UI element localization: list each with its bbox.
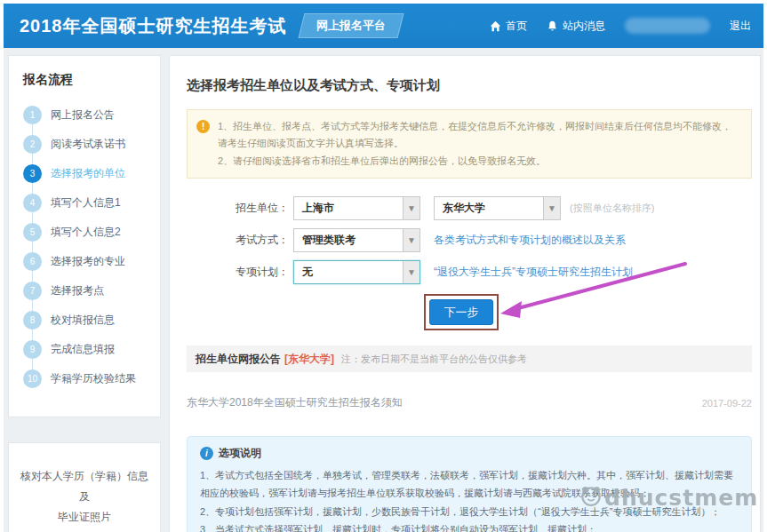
announcement-date: 2017-09-22 <box>702 398 752 409</box>
announcement-link[interactable]: 东华大学2018年全国硕士研究生招生报名须知 <box>187 395 403 410</box>
exam-method-select-value: 管理类联考 <box>294 233 403 248</box>
step-label: 选择报考的专业 <box>51 254 125 269</box>
chevron-down-icon: ▼ <box>403 197 419 219</box>
step-item-3-active: 3 选择报考的单位 <box>23 159 160 188</box>
special-plan-select[interactable]: 无 ▼ <box>293 260 420 284</box>
step-label: 网上报名公告 <box>51 107 115 123</box>
step-item-9: 9 完成信息填报 <box>23 335 160 364</box>
nav-messages[interactable]: 站内消息 <box>547 19 605 34</box>
step-item-8: 8 校对填报信息 <box>23 306 160 335</box>
step-label: 选择报考点 <box>51 283 104 298</box>
special-plan-label: 专项计划： <box>216 260 289 284</box>
step-label: 填写个人信息1 <box>51 195 121 210</box>
step-label: 完成信息填报 <box>51 342 115 357</box>
step-item-2: 2 阅读考试承诺书 <box>23 130 160 159</box>
registration-steps-panel: 报名流程 1 网上报名公告 2 阅读考试承诺书 3 选择报考的单位 4 填写个人… <box>8 55 161 417</box>
form-row-exam-method: 考试方式： 管理类联考 ▼ 各类考试方式和专项计划的概述以及关系 <box>170 228 760 252</box>
announcement-section-header: 招生单位网报公告 [东华大学] 注：发布日期不是当前平台的公告仅供参考 <box>187 345 752 372</box>
step-label: 学籍学历校验结果 <box>51 371 136 386</box>
chevron-down-icon: ▼ <box>403 261 419 283</box>
options-box-header: i 选项说明 <box>200 446 739 461</box>
step-item-7: 7 选择报考点 <box>23 276 160 306</box>
step-number: 2 <box>23 135 42 154</box>
step-item-5: 5 填写个人信息2 <box>23 218 160 247</box>
chevron-down-icon: ▼ <box>543 197 560 219</box>
options-line-3: 3、当考试方式选择强军计划、援藏计划时，专项计划将分别自动设为强军计划、援藏计划… <box>200 520 739 532</box>
nav-messages-label: 站内消息 <box>563 19 605 34</box>
options-explanation-box: i 选项说明 1、考试方式包括全国统考，单独考试，管理类联考，法硕联考，强军计划… <box>187 436 752 532</box>
options-line-2: 2、专项计划包括强军计划，援藏计划，少数民族骨干计划，退役大学生计划（“退役大学… <box>200 503 739 520</box>
app-header: 2018年全国硕士研究生招生考试 网上报名平台 首页 站内消息 退出 <box>4 4 763 48</box>
exam-method-select[interactable]: 管理类联考 ▼ <box>293 228 420 252</box>
step-label: 填写个人信息2 <box>51 225 121 240</box>
step-number: 4 <box>23 194 42 212</box>
step-item-10: 10 学籍学历校验结果 <box>23 364 160 393</box>
nav-home-label: 首页 <box>506 19 527 34</box>
step-number: 1 <box>23 106 42 124</box>
logout-label: 退出 <box>730 19 751 34</box>
province-select-value: 上海市 <box>294 201 403 216</box>
announcement-unit-tag: [东华大学] <box>284 352 334 367</box>
step-number: 7 <box>23 282 42 300</box>
step-number: 3 <box>23 164 42 183</box>
next-step-button[interactable]: 下一步 <box>429 299 493 325</box>
sidebar-title: 报名流程 <box>23 72 160 88</box>
step-item-6: 6 选择报考的专业 <box>23 247 160 276</box>
step-number: 5 <box>23 223 42 242</box>
header-nav: 首页 站内消息 退出 <box>490 4 751 48</box>
platform-badge-label: 网上报名平台 <box>316 18 386 34</box>
unit-select-value: 东华大学 <box>435 201 543 216</box>
special-plan-help-link[interactable]: “退役大学生士兵”专项硕士研究生招生计划 <box>434 260 633 284</box>
options-box-title: 选项说明 <box>219 446 261 461</box>
unit-select[interactable]: 东华大学 ▼ <box>434 196 561 220</box>
form-row-special-plan: 专项计划： 无 ▼ “退役大学生士兵”专项硕士研究生招生计划 <box>170 260 760 284</box>
username-blurred <box>625 18 710 34</box>
verify-text-line2: 毕业证照片 <box>18 507 151 528</box>
unit-label: 招生单位： <box>216 196 289 220</box>
notice-line2: 2、请仔细阅读选择省市和招生单位后弹出的网报公告，以免导致报名无效。 <box>218 153 740 170</box>
form-row-unit: 招生单位： 上海市 ▼ 东华大学 ▼ (按照单位名称排序) <box>170 196 760 220</box>
verify-text-line1: 核对本人学历（学籍）信息及 <box>18 466 151 507</box>
step-item-4: 4 填写个人信息1 <box>23 188 160 218</box>
verify-text: 核对本人学历（学籍）信息及 毕业证照片 <box>18 466 151 527</box>
main-panel: 选择报考招生单位以及考试方式、专项计划 ! 1、招生单位、报考点、考试方式等为报… <box>169 55 761 532</box>
step-number: 9 <box>23 340 42 359</box>
chevron-down-icon: ▼ <box>403 229 419 251</box>
special-plan-select-value: 无 <box>294 265 403 280</box>
bell-icon <box>547 20 558 32</box>
logout-button[interactable]: 退出 <box>730 19 751 34</box>
info-icon: i <box>200 447 213 460</box>
page-title: 选择报考招生单位以及考试方式、专项计划 <box>187 77 440 94</box>
exam-method-help-link[interactable]: 各类考试方式和专项计划的概述以及关系 <box>434 228 626 252</box>
unit-sort-note: (按照单位名称排序) <box>570 196 654 220</box>
warning-icon: ! <box>196 120 210 133</box>
announcement-list-item: 东华大学2018年全国硕士研究生招生报名须知 2017-09-22 <box>187 395 752 410</box>
verify-panel: 核对本人学历（学籍）信息及 毕业证照片 核对 <box>8 442 161 532</box>
app-title: 2018年全国硕士研究生招生考试 <box>20 14 287 38</box>
step-number: 10 <box>23 369 42 388</box>
step-item-1: 1 网上报名公告 <box>23 100 160 130</box>
province-select[interactable]: 上海市 ▼ <box>293 196 420 220</box>
step-label: 阅读考试承诺书 <box>51 137 125 152</box>
home-icon <box>490 20 501 32</box>
app-canvas: 2018年全国硕士研究生招生考试 网上报名平台 首页 站内消息 退出 <box>4 4 763 532</box>
step-list: 1 网上报名公告 2 阅读考试承诺书 3 选择报考的单位 4 填写个人信息1 5 <box>23 100 160 393</box>
nav-home[interactable]: 首页 <box>490 19 527 34</box>
notice-box: ! 1、招生单位、报考点、考试方式等为报考关键信息，在提交信息后不允许修改，网报… <box>187 109 752 179</box>
announcement-note: 注：发布日期不是当前平台的公告仅供参考 <box>341 353 527 366</box>
options-line-1: 1、考试方式包括全国统考，单独考试，管理类联考，法硕联考，强军计划，援藏计划六种… <box>200 466 739 503</box>
annotation-highlight-box: 下一步 <box>424 294 499 330</box>
announcement-section-title: 招生单位网报公告 <box>196 352 281 367</box>
step-number: 6 <box>23 252 42 271</box>
exam-method-label: 考试方式： <box>216 228 289 252</box>
notice-line1: 1、招生单位、报考点、考试方式等为报考关键信息，在提交信息后不允许修改，网报时间… <box>218 118 740 153</box>
step-label: 选择报考的单位 <box>51 166 125 181</box>
step-number: 8 <box>23 311 42 330</box>
sidebar: 报名流程 1 网上报名公告 2 阅读考试承诺书 3 选择报考的单位 4 填写个人… <box>8 55 161 532</box>
platform-badge: 网上报名平台 <box>298 13 403 38</box>
page: 2018年全国硕士研究生招生考试 网上报名平台 首页 站内消息 退出 <box>0 0 767 532</box>
step-label: 校对填报信息 <box>51 313 115 328</box>
